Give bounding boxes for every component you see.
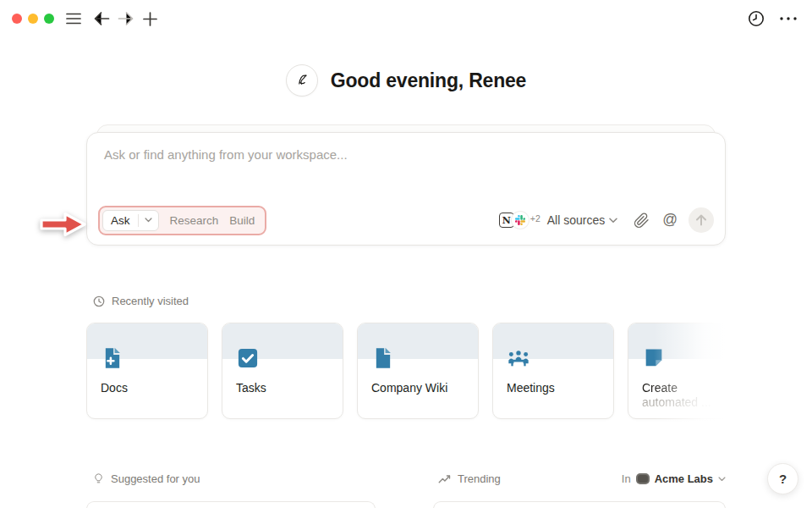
all-sources-label: All sources [547,213,605,227]
plus-icon [143,12,157,26]
card-title: Docs [101,381,190,395]
chevron-down-icon [609,218,617,224]
new-doc-icon [101,346,124,370]
card-title: Create automated ... [642,381,726,410]
ask-box: Ask or find anything from your workspace… [86,132,726,246]
minimize-window-button[interactable] [28,14,38,24]
chevron-down-icon [718,477,726,482]
meeting-people-icon [507,346,530,370]
window-controls [12,14,54,24]
new-tab-button[interactable] [141,10,158,27]
history-clock-icon [748,10,765,27]
task-check-icon [236,346,260,370]
recently-visited-header: Recently visited [93,295,189,307]
card-tasks[interactable]: Tasks [222,323,343,419]
annotation-highlight: Ask Research Build [98,206,266,235]
greeting-title: Good evening, Renee [331,69,526,92]
ellipsis-icon [780,17,797,20]
arrow-right-icon [118,12,134,25]
submit-button[interactable] [689,207,714,233]
card-title: Company Wiki [371,381,461,395]
workspace-switcher[interactable]: In Acme Labs [622,472,726,485]
doodle-face-icon [291,69,313,91]
workspace-logo-icon [636,473,650,484]
attach-file-button[interactable] [634,213,650,229]
arrow-up-icon [694,213,708,227]
ai-face-avatar [286,64,318,97]
hamburger-icon [66,13,81,25]
template-note-icon [642,346,666,370]
help-label: ? [779,472,787,486]
suggested-title: Suggested for you [111,472,200,485]
forward-button[interactable] [117,10,134,27]
mode-ask-label: Ask [103,214,138,227]
arrow-left-icon [94,12,110,25]
card-title: Tasks [236,381,326,395]
all-sources-dropdown[interactable]: All sources [547,213,617,227]
card-meetings[interactable]: Meetings [492,323,614,419]
workspace-name: Acme Labs [655,472,713,485]
footer-right-controls: N +2 All sources @ [499,207,714,233]
trending-header: Trending [438,472,501,485]
trending-up-icon [438,474,451,483]
card-title: Meetings [507,381,596,395]
back-button[interactable] [93,10,110,27]
sidebar-menu-button[interactable] [65,10,82,27]
lightbulb-icon [93,472,104,485]
recently-visited-row: Docs Tasks Company Wiki [86,323,726,422]
ask-mode-dropdown[interactable] [139,218,158,223]
annotation-arrow [37,209,90,240]
extra-sources-count: +2 [530,213,540,224]
trending-title: Trending [458,472,501,485]
close-window-button[interactable] [12,14,22,24]
suggested-header: Suggested for you [93,472,200,485]
paperclip-icon [634,213,650,229]
ask-input[interactable]: Ask or find anything from your workspace… [104,147,348,162]
card-create-automated[interactable]: Create automated ... [628,323,726,419]
at-icon: @ [662,213,678,228]
recently-visited-title: Recently visited [112,295,189,307]
card-company-wiki[interactable]: Company Wiki [357,323,479,419]
clock-icon [93,295,105,307]
chevron-down-icon [145,218,152,223]
suggested-card-partial[interactable] [86,501,376,508]
ask-box-footer: Ask Research Build N +2 [98,205,714,235]
mention-button[interactable]: @ [662,213,678,228]
mode-ask-button[interactable]: Ask [102,210,159,231]
more-menu-button[interactable] [780,10,797,27]
history-button[interactable] [748,10,765,27]
trending-card-partial[interactable] [433,501,726,508]
card-docs[interactable]: Docs [86,323,208,419]
wiki-page-icon [371,346,395,370]
greeting-header: Good evening, Renee [0,64,812,97]
slack-source-icon[interactable] [512,212,529,229]
mode-build-button[interactable]: Build [229,214,255,227]
zoom-window-button[interactable] [44,14,54,24]
mode-research-button[interactable]: Research [170,214,219,227]
app-window: Good evening, Renee Ask or find anything… [0,0,812,508]
help-button[interactable]: ? [767,463,798,494]
scope-prefix: In [622,472,631,485]
